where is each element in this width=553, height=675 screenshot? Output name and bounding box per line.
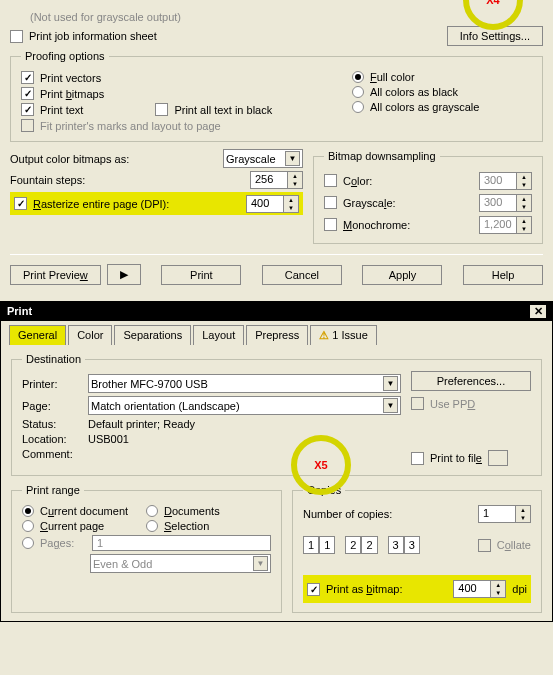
preview-play-button[interactable]: ▶ — [107, 264, 141, 285]
all-black-checkbox[interactable] — [155, 103, 168, 116]
collate-checkbox — [478, 539, 491, 552]
as-bitmap-label: Print as bitmap: — [326, 583, 402, 595]
vectors-checkbox[interactable] — [21, 71, 34, 84]
use-ppd-label: Use PPD — [430, 398, 475, 410]
use-ppd-checkbox — [411, 397, 424, 410]
page-select[interactable]: Match orientation (Landscape)▼ — [88, 396, 401, 415]
range-legend: Print range — [22, 484, 84, 496]
info-settings-button[interactable]: Info Settings... — [447, 26, 543, 46]
status-label: Status: — [22, 418, 82, 430]
pages-radio[interactable] — [22, 537, 34, 549]
location-label: Location: — [22, 433, 82, 445]
copies-spinner[interactable]: 1▲▼ — [478, 505, 531, 523]
cur-page-radio[interactable] — [22, 520, 34, 532]
comment-label: Comment: — [22, 448, 82, 460]
dpi-unit: dpi — [512, 583, 527, 595]
proofing-legend: Proofing options — [21, 50, 109, 62]
dpi-spinner[interactable]: 400▲▼ — [453, 580, 506, 598]
bitmaps-checkbox[interactable] — [21, 87, 34, 100]
colors-gray-radio[interactable] — [352, 101, 364, 113]
status-value: Default printer; Ready — [88, 418, 195, 430]
docs-radio[interactable] — [146, 505, 158, 517]
copies-legend: Copies — [303, 484, 345, 496]
fountain-label: Fountain steps: — [10, 174, 85, 186]
fountain-spinner[interactable]: 256▲▼ — [250, 171, 303, 189]
ds-mono-label: Monochrome: — [343, 219, 410, 231]
output-as-select[interactable]: Grayscale▼ — [223, 149, 303, 168]
cur-doc-label: Current document — [40, 505, 140, 517]
all-black-label: Print all text in black — [174, 104, 272, 116]
printer-select[interactable]: Brother MFC-9700 USB▼ — [88, 374, 401, 393]
vectors-label: Print vectors — [40, 72, 101, 84]
tab-general[interactable]: General — [9, 325, 66, 345]
rasterize-spinner[interactable]: 400▲▼ — [246, 195, 299, 213]
bitmaps-label: Print bitmaps — [40, 88, 104, 100]
tab-color[interactable]: Color — [68, 325, 112, 345]
text-checkbox[interactable] — [21, 103, 34, 116]
sel-radio[interactable] — [146, 520, 158, 532]
as-bitmap-checkbox[interactable] — [307, 583, 320, 596]
page-label: Page: — [22, 400, 82, 412]
pages-label: Pages: — [40, 537, 86, 549]
job-sheet-label: Print job information sheet — [29, 30, 157, 42]
ds-mono-checkbox[interactable] — [324, 218, 337, 231]
copies-group: Copies Number of copies:1▲▼ 11 22 33 Col… — [292, 484, 542, 613]
pages-input: 1 — [92, 535, 271, 551]
collate-label: Collate — [497, 539, 531, 551]
colors-gray-label: All colors as grayscale — [370, 101, 479, 113]
copies-num-label: Number of copies: — [303, 508, 392, 520]
window-title: Print — [7, 305, 32, 318]
close-icon[interactable]: ✕ — [530, 305, 546, 318]
location-value: USB001 — [88, 433, 129, 445]
job-sheet-checkbox[interactable] — [10, 30, 23, 43]
ds-gray-label: Grayscale: — [343, 197, 396, 209]
downsample-legend: Bitmap downsampling — [324, 150, 440, 162]
rasterize-checkbox[interactable] — [14, 197, 27, 210]
collate-preview-icon: 11 22 33 — [303, 536, 420, 554]
help-button[interactable]: Help — [463, 265, 543, 285]
destination-legend: Destination — [22, 353, 85, 365]
tab-issue[interactable]: ⚠ 1 Issue — [310, 325, 377, 345]
ds-gray-spinner: 300▲▼ — [479, 194, 532, 212]
cancel-button[interactable]: Cancel — [262, 265, 342, 285]
range-group: Print range Current documentDocuments Cu… — [11, 484, 282, 613]
cur-doc-radio[interactable] — [22, 505, 34, 517]
docs-label: Documents — [164, 505, 220, 517]
downsample-group: Bitmap downsampling Color:300▲▼ Grayscal… — [313, 150, 543, 244]
print-file-browse-button[interactable] — [488, 450, 508, 466]
tab-separations[interactable]: Separations — [114, 325, 191, 345]
ds-color-spinner: 300▲▼ — [479, 172, 532, 190]
colors-black-radio[interactable] — [352, 86, 364, 98]
text-label: Print text — [40, 104, 83, 116]
tab-layout[interactable]: Layout — [193, 325, 244, 345]
apply-button[interactable]: Apply — [362, 265, 442, 285]
output-as-label: Output color bitmaps as: — [10, 153, 129, 165]
ds-gray-checkbox[interactable] — [324, 196, 337, 209]
marks-label: Fit printer's marks and layout to page — [40, 120, 221, 132]
ds-color-checkbox[interactable] — [324, 174, 337, 187]
full-color-label: Full color — [370, 71, 415, 83]
cur-page-label: Current page — [40, 520, 140, 532]
marks-checkbox — [21, 119, 34, 132]
sel-label: Selection — [164, 520, 209, 532]
annotation-x4: X4 — [486, 0, 499, 6]
ds-color-label: Color: — [343, 175, 372, 187]
print-file-checkbox[interactable] — [411, 452, 424, 465]
printer-label: Printer: — [22, 378, 82, 390]
grayscale-note: (Not used for grayscale output) — [30, 11, 181, 23]
colors-black-label: All colors as black — [370, 86, 458, 98]
full-color-radio[interactable] — [352, 71, 364, 83]
preview-button[interactable]: Print Preview — [10, 265, 101, 285]
print-button[interactable]: Print — [161, 265, 241, 285]
even-odd-select: Even & Odd▼ — [90, 554, 271, 573]
print-file-label: Print to file — [430, 452, 482, 464]
ds-mono-spinner: 1,200▲▼ — [479, 216, 532, 234]
rasterize-label: Rasterize entire page (DPI): — [33, 198, 169, 210]
tab-prepress[interactable]: Prepress — [246, 325, 308, 345]
preferences-button[interactable]: Preferences... — [411, 371, 531, 391]
destination-group: Destination Printer:Brother MFC-9700 USB… — [11, 353, 542, 476]
proofing-group: Proofing options Print vectors Print bit… — [10, 50, 543, 142]
